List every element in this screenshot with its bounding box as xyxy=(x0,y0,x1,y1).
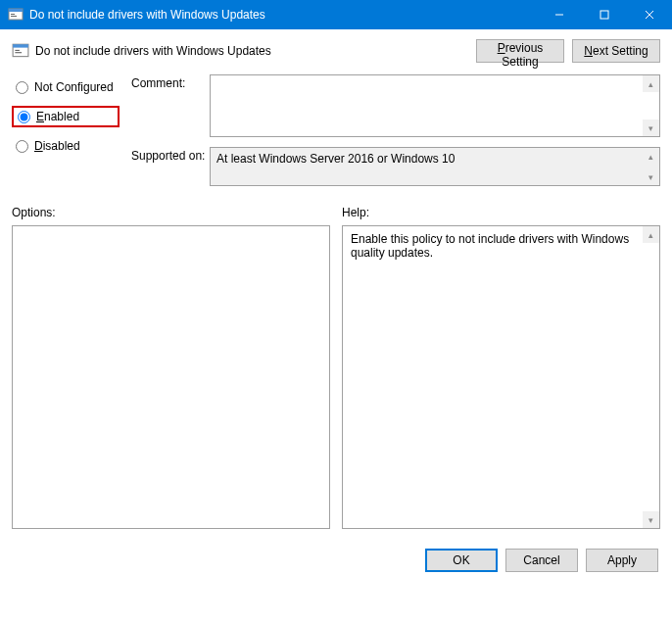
radio-enabled-input[interactable] xyxy=(18,111,30,123)
policy-icon xyxy=(8,7,24,23)
policy-title: Do not include drivers with Windows Upda… xyxy=(35,44,476,58)
ok-button[interactable]: OK xyxy=(425,549,498,572)
options-label: Options: xyxy=(12,206,330,219)
minimize-button[interactable] xyxy=(537,0,582,29)
comment-label: Comment: xyxy=(131,74,210,90)
previous-setting-button[interactable]: Previous Setting xyxy=(476,39,564,63)
radio-disabled-input[interactable] xyxy=(16,140,28,153)
radio-disabled[interactable]: Disabled xyxy=(12,137,120,155)
maximize-button[interactable] xyxy=(582,0,627,29)
help-label: Help: xyxy=(342,206,660,219)
supported-value: At least Windows Server 2016 or Windows … xyxy=(216,152,455,166)
scroll-up-icon[interactable]: ▴ xyxy=(643,148,659,165)
window-controls xyxy=(537,0,672,29)
scroll-up-icon[interactable]: ▴ xyxy=(643,226,659,243)
options-panel xyxy=(12,225,330,529)
help-scroll[interactable]: ▴▾ xyxy=(643,226,659,528)
comment-textarea[interactable]: ▴▾ xyxy=(210,74,660,137)
radio-label: Disabled xyxy=(34,139,80,153)
next-setting-button[interactable]: Next Setting xyxy=(572,39,660,63)
window-title: Do not include drivers with Windows Upda… xyxy=(29,8,537,22)
svg-rect-3 xyxy=(11,16,17,17)
help-text: Enable this policy to not include driver… xyxy=(351,232,629,260)
close-button[interactable] xyxy=(627,0,672,29)
svg-rect-11 xyxy=(15,52,22,53)
titlebar[interactable]: Do not include drivers with Windows Upda… xyxy=(0,0,672,29)
supported-box: At least Windows Server 2016 or Windows … xyxy=(210,147,660,186)
scroll-down-icon[interactable]: ▾ xyxy=(643,168,659,185)
scroll-up-icon[interactable]: ▴ xyxy=(643,75,659,92)
supported-scroll[interactable]: ▴▾ xyxy=(643,148,659,185)
svg-rect-10 xyxy=(15,50,20,51)
svg-rect-2 xyxy=(11,14,15,15)
apply-button[interactable]: Apply xyxy=(586,549,658,572)
svg-rect-9 xyxy=(13,44,28,47)
help-panel: Enable this policy to not include driver… xyxy=(342,225,660,529)
policy-icon xyxy=(12,42,29,60)
radio-label: Not Configured xyxy=(34,80,114,94)
radio-label: Enabled xyxy=(36,110,79,123)
radio-not-configured-input[interactable] xyxy=(16,81,28,94)
radio-not-configured[interactable]: Not Configured xyxy=(12,78,120,96)
supported-label: Supported on: xyxy=(131,147,210,163)
radio-enabled[interactable]: Enabled xyxy=(12,106,120,127)
svg-rect-1 xyxy=(9,9,23,12)
cancel-button[interactable]: Cancel xyxy=(505,549,578,572)
svg-rect-5 xyxy=(600,11,608,19)
scroll-down-icon[interactable]: ▾ xyxy=(643,120,659,136)
scroll-down-icon[interactable]: ▾ xyxy=(643,511,659,528)
comment-scroll[interactable]: ▴▾ xyxy=(643,75,659,136)
